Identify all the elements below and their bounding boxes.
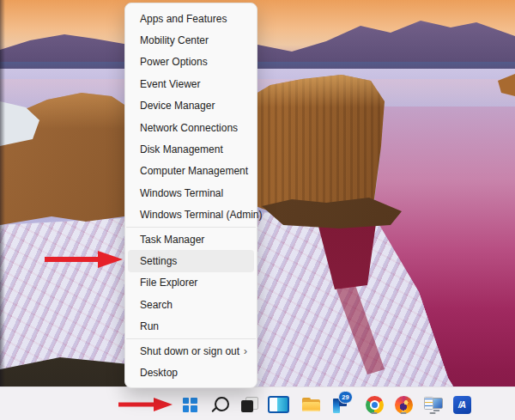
slash-a-glyph: /A — [458, 400, 465, 410]
taskbar: 29 /A — [0, 387, 515, 420]
start-annotation-arrow — [118, 397, 173, 412]
blue-app-button[interactable]: /A — [451, 393, 473, 416]
task-view-icon — [240, 396, 259, 413]
running-indicator — [401, 412, 407, 415]
menu-item-task-manager[interactable]: Task Manager — [128, 228, 254, 250]
menu-item-desktop[interactable]: Desktop — [128, 362, 254, 383]
notification-badge: 29 — [338, 391, 353, 404]
settings-annotation-arrow — [45, 250, 124, 269]
chrome-button[interactable] — [363, 393, 385, 416]
menu-item-shut-down-or-sign-out[interactable]: Shut down or sign out › — [128, 340, 254, 362]
menu-separator — [126, 227, 256, 228]
menu-item-file-explorer[interactable]: File Explorer — [128, 272, 254, 294]
widgets-icon — [268, 396, 289, 413]
menu-item-windows-terminal-admin[interactable]: Windows Terminal (Admin) — [128, 204, 254, 226]
menu-item-label: Shut down or sign out — [140, 345, 239, 357]
menu-item-event-viewer[interactable]: Event Viewer — [128, 73, 254, 94]
system-utility-icon — [423, 396, 443, 414]
slash-a-app-icon: /A — [453, 396, 471, 414]
running-indicator — [430, 412, 436, 415]
chevron-right-icon: › — [244, 345, 247, 356]
widgets-button[interactable] — [267, 393, 289, 416]
menu-item-windows-terminal[interactable]: Windows Terminal — [128, 182, 254, 204]
menu-item-device-manager[interactable]: Device Manager — [128, 95, 254, 117]
search-icon — [215, 397, 229, 411]
search-button[interactable] — [209, 393, 232, 416]
desktop-screen: Apps and Features Mobility Center Power … — [0, 0, 515, 420]
menu-item-computer-management[interactable]: Computer Management — [128, 161, 254, 182]
menu-separator — [126, 338, 256, 339]
folder-icon — [301, 397, 321, 413]
windows-logo-icon — [183, 398, 197, 412]
start-button[interactable] — [179, 393, 201, 416]
system-config-button[interactable] — [421, 393, 444, 416]
winx-context-menu: Apps and Features Mobility Center Power … — [124, 3, 258, 388]
menu-item-run[interactable]: Run — [128, 315, 254, 337]
pinned-app-badge-button[interactable]: 29 — [329, 393, 351, 416]
firefox-button[interactable] — [392, 393, 415, 416]
task-view-button[interactable] — [239, 393, 261, 416]
menu-item-mobility-center[interactable]: Mobility Center — [128, 29, 254, 51]
flag-app-icon: 29 — [330, 394, 350, 415]
menu-item-disk-management[interactable]: Disk Management — [128, 138, 254, 160]
menu-item-settings[interactable]: Settings — [128, 250, 254, 271]
file-explorer-button[interactable] — [300, 393, 322, 416]
chrome-icon — [366, 396, 384, 414]
menu-item-apps-and-features[interactable]: Apps and Features — [128, 8, 254, 29]
firefox-icon — [395, 396, 413, 414]
menu-item-network-connections[interactable]: Network Connections — [128, 117, 254, 138]
menu-item-search[interactable]: Search — [128, 294, 254, 315]
menu-item-power-options[interactable]: Power Options — [128, 52, 254, 73]
running-indicator — [372, 412, 378, 415]
